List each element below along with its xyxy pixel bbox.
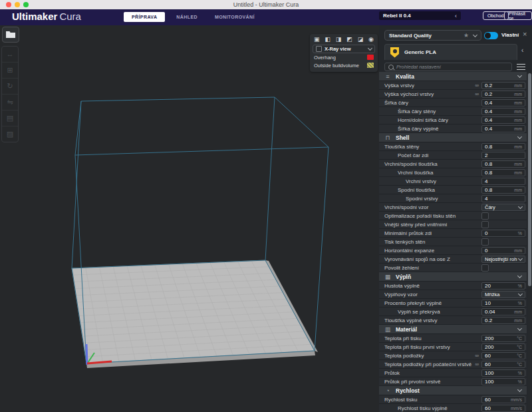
setting-checkbox[interactable] <box>481 221 489 228</box>
section-header-infill[interactable]: ▦Výplň <box>379 272 527 282</box>
front-view-icon[interactable]: ◧ <box>325 37 331 43</box>
support-blocker-tool-button[interactable]: ▨ <box>2 126 18 142</box>
setting-value-field[interactable]: 100% <box>481 369 525 377</box>
profile-dropdown[interactable]: Standard Quality ★ <box>384 30 481 41</box>
move-tool-button[interactable]: ↔ <box>2 47 18 63</box>
close-icon[interactable]: × <box>523 31 527 38</box>
setting-value-field[interactable]: 0.2mm <box>481 317 525 324</box>
section-header-quality[interactable]: ≡Kvalita <box>379 72 527 81</box>
infill-icon: ▦ <box>384 274 391 280</box>
setting-value-field[interactable]: 4 <box>481 195 525 202</box>
setting-unit: % <box>518 379 522 384</box>
setting-value-field[interactable]: 0.2mm <box>481 82 525 89</box>
setting-row: Šířka čáry stěny0.4mm <box>379 107 527 116</box>
setting-value-field[interactable]: 0.8mm <box>481 169 525 176</box>
search-icon <box>388 65 394 70</box>
setting-row: Výška výchozí vrstvy∞0.2mm <box>379 90 527 99</box>
rotate-tool-button[interactable]: ↻ <box>2 79 18 95</box>
scale-tool-button[interactable]: ⊞ <box>2 63 18 79</box>
section-header-shell[interactable]: ⊓Shell <box>379 133 527 142</box>
extruder-tab[interactable]: Generic PLA <box>384 44 517 60</box>
setting-unit: mm <box>514 92 522 97</box>
setting-value-field[interactable]: 10% <box>481 300 525 307</box>
setting-value-field[interactable]: 0.8mm <box>481 160 525 168</box>
setting-value-field[interactable]: 0.8mm <box>481 143 525 150</box>
setting-value-field[interactable]: 0.04mm <box>481 308 525 315</box>
setting-row: Průtok100% <box>379 369 527 377</box>
search-input[interactable]: Prohledat nastavení <box>384 63 512 71</box>
setting-value-field[interactable]: 200°C <box>481 335 525 342</box>
setting-value-field[interactable]: 20% <box>481 282 525 290</box>
setting-label: Teplota při tisku <box>384 335 481 341</box>
sign-in-button[interactable]: Přihlásit se <box>504 11 532 20</box>
setting-value-field[interactable]: 100% <box>481 378 525 385</box>
printer-selector[interactable]: Rebel II 0.4 ‹ <box>379 11 461 20</box>
setting-value-field[interactable]: 60°C <box>481 352 525 359</box>
section-header-speed[interactable]: ◔Rychlost <box>379 386 527 395</box>
tab-monitorování[interactable]: MONITOROVÁNÍ <box>209 12 261 22</box>
camera-view-icon[interactable]: ◉ <box>368 37 374 43</box>
setting-value: 0.2 <box>485 91 514 97</box>
left-view-icon[interactable]: ◩ <box>346 37 352 43</box>
top-view-icon[interactable]: ◨ <box>336 37 342 43</box>
setting-value-field[interactable]: 0.4mm <box>481 99 525 106</box>
setting-value-field[interactable]: 0.8mm <box>481 186 525 194</box>
mirror-tool-button[interactable]: ⇋ <box>2 95 18 110</box>
main-area: ↔⊞↻⇋▤▨ ▣◧◨◩◪◉ X-Ray view OverhangOutside… <box>0 25 532 412</box>
custom-mode-toggle[interactable] <box>484 32 498 39</box>
setting-checkbox[interactable] <box>481 238 489 246</box>
setting-row: Tloušťka stěny0.8mm <box>379 142 527 151</box>
setting-value-field[interactable]: 0.4mm <box>481 116 525 124</box>
minimize-window-button[interactable] <box>15 2 20 7</box>
tab-příprava[interactable]: PŘÍPRAVA <box>124 12 165 22</box>
mirror-tool-icon: ⇋ <box>7 99 13 106</box>
custom-mode-label: Vlastní <box>501 32 519 38</box>
setting-select[interactable]: Mřížka <box>481 291 525 298</box>
setting-value-field[interactable]: 4 <box>481 178 525 185</box>
setting-value: 0.4 <box>485 108 514 114</box>
setting-value-field[interactable]: 0.4mm <box>481 125 525 132</box>
settings-menu-icon[interactable] <box>517 64 525 70</box>
setting-checkbox[interactable] <box>481 212 489 220</box>
setting-unit: mm <box>514 188 522 192</box>
setting-value-field[interactable]: 2 <box>481 152 525 159</box>
tab-náhled[interactable]: NÁHLED <box>170 12 203 22</box>
setting-checkbox[interactable] <box>481 264 489 272</box>
close-window-button[interactable] <box>6 2 11 7</box>
open-file-button[interactable] <box>2 27 19 43</box>
per-model-settings-tool-button[interactable]: ▤ <box>2 110 18 126</box>
setting-select[interactable]: Nejostřejší roh <box>481 256 525 263</box>
setting-label: Tloušťka stěny <box>384 144 481 150</box>
setting-select[interactable]: Čáry <box>481 204 525 211</box>
app-header: UltimakerCura PŘÍPRAVANÁHLEDMONITOROVÁNÍ… <box>0 9 532 25</box>
setting-row: Procento překrytí výplně10% <box>379 299 527 308</box>
setting-unit: °C <box>517 353 522 358</box>
right-view-icon[interactable]: ◪ <box>358 37 364 43</box>
settings-scrollbar[interactable] <box>527 72 531 412</box>
chevron-down-icon <box>517 134 522 139</box>
setting-value-field[interactable]: 0.4mm <box>481 108 525 115</box>
chevron-down-icon <box>473 32 477 37</box>
viewport-3d[interactable] <box>0 25 379 412</box>
setting-value-field[interactable]: 0.2mm <box>481 91 525 98</box>
select-value: Mřížka <box>485 292 519 298</box>
setting-value-field[interactable]: 60mm/s <box>481 405 525 412</box>
setting-label: Vrchní tloušťka <box>384 170 481 176</box>
view-mode-dropdown[interactable]: X-Ray view <box>313 45 375 53</box>
scrollbar-thumb[interactable] <box>528 73 531 286</box>
setting-value-field[interactable]: 0% <box>481 230 525 237</box>
setting-label: Teplota podložky <box>384 353 475 359</box>
setting-value-field[interactable]: 200°C <box>481 343 525 351</box>
setting-value-field[interactable]: 60°C <box>481 361 525 368</box>
star-icon[interactable]: ★ <box>464 32 469 39</box>
setting-unit: mm/s <box>511 397 522 402</box>
setting-label: Šířka čáry <box>384 100 481 106</box>
section-header-material[interactable]: ▥Materiál <box>379 325 527 334</box>
collapse-panel-icon[interactable]: ‹ <box>521 47 523 54</box>
setting-row: Vnější stěny před vnitřními <box>379 220 527 229</box>
setting-label: Rychlost tisku <box>384 397 481 403</box>
zoom-window-button[interactable] <box>23 2 29 7</box>
setting-value-field[interactable]: 60mm/s <box>481 396 525 403</box>
3d-view-icon[interactable]: ▣ <box>314 37 320 43</box>
setting-value-field[interactable]: 0mm <box>481 247 525 254</box>
